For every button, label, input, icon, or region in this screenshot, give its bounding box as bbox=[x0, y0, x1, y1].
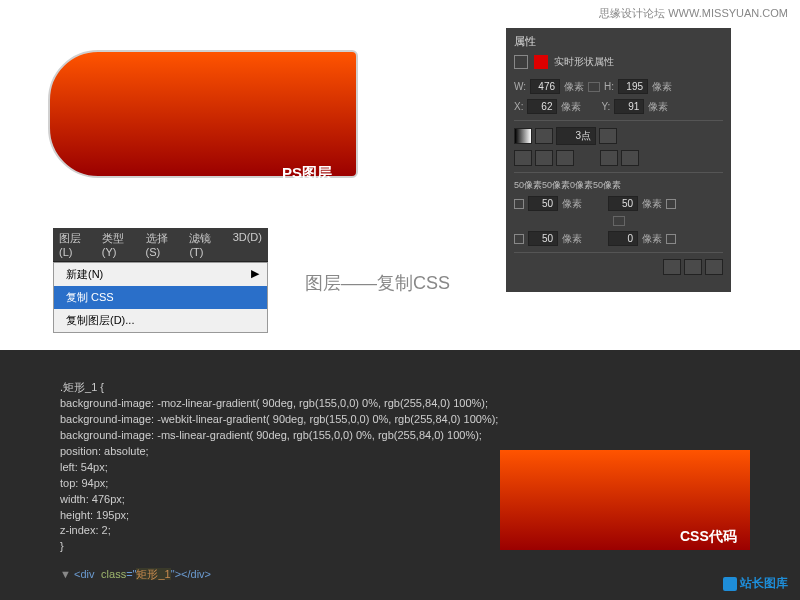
panel-footer-btn-1[interactable] bbox=[663, 259, 681, 275]
corner-br-check[interactable] bbox=[666, 234, 676, 244]
height-label: H: bbox=[604, 81, 614, 92]
stroke-width-input[interactable]: 3点 bbox=[556, 127, 596, 145]
dropdown-menu: 新建(N)▶ 复制 CSS 复制图层(D)... bbox=[53, 262, 268, 333]
corner-bl-input[interactable]: 50 bbox=[528, 231, 558, 246]
corner-br-input[interactable]: 0 bbox=[608, 231, 638, 246]
caption-text: 图层——复制CSS bbox=[305, 271, 450, 295]
link-wh-icon[interactable] bbox=[588, 82, 600, 92]
height-input[interactable]: 195 bbox=[618, 79, 648, 94]
align-btn-2[interactable] bbox=[535, 150, 553, 166]
corner-tr-input[interactable]: 50 bbox=[608, 196, 638, 211]
panel-footer-btn-3[interactable] bbox=[705, 259, 723, 275]
menu-item-new[interactable]: 新建(N)▶ bbox=[54, 263, 267, 286]
menu-layer[interactable]: 图层(L) bbox=[53, 228, 96, 261]
y-label: Y: bbox=[601, 101, 610, 112]
stroke-style-dropdown[interactable] bbox=[599, 128, 617, 144]
panel-title: 属性 bbox=[514, 34, 723, 49]
html-code-line: ▼ <div class="矩形_1"></div> bbox=[60, 567, 211, 582]
menu-bar: 图层(L) 类型(Y) 选择(S) 滤镜(T) 3D(D) bbox=[53, 228, 268, 262]
header-label: 实时形状属性 bbox=[554, 55, 614, 69]
submenu-arrow-icon: ▶ bbox=[251, 267, 259, 280]
collapse-icon[interactable]: ▼ bbox=[60, 568, 74, 580]
corner-tl-check[interactable] bbox=[514, 199, 524, 209]
corner-tl-input[interactable]: 50 bbox=[528, 196, 558, 211]
stroke-swatch[interactable] bbox=[535, 128, 553, 144]
shape-fill-icon[interactable] bbox=[534, 55, 548, 69]
menu-type[interactable]: 类型(Y) bbox=[96, 228, 140, 261]
menu-select[interactable]: 选择(S) bbox=[140, 228, 184, 261]
layer-menu-panel: 图层(L) 类型(Y) 选择(S) 滤镜(T) 3D(D) 新建(N)▶ 复制 … bbox=[53, 228, 268, 333]
width-label: W: bbox=[514, 81, 526, 92]
corner-bl-check[interactable] bbox=[514, 234, 524, 244]
align-btn-3[interactable] bbox=[556, 150, 574, 166]
x-unit: 像素 bbox=[561, 100, 581, 114]
corner-tr-check[interactable] bbox=[666, 199, 676, 209]
logo-icon bbox=[723, 577, 737, 591]
footer-logo: 站长图库 bbox=[723, 575, 788, 592]
menu-filter[interactable]: 滤镜(T) bbox=[183, 228, 226, 261]
footer-text: 站长图库 bbox=[740, 575, 788, 592]
join-btn[interactable] bbox=[621, 150, 639, 166]
code-line: background-image: -webkit-linear-gradien… bbox=[60, 412, 740, 428]
cap-btn[interactable] bbox=[600, 150, 618, 166]
x-input[interactable]: 62 bbox=[527, 99, 557, 114]
ps-layer-label: PS图层 bbox=[282, 164, 332, 183]
crop-icon[interactable] bbox=[514, 55, 528, 69]
watermark-text: 思缘设计论坛 WWW.MISSYUAN.COM bbox=[599, 6, 788, 21]
panel-footer-btn-2[interactable] bbox=[684, 259, 702, 275]
fill-swatch[interactable] bbox=[514, 128, 532, 144]
code-line: background-image: -moz-linear-gradient( … bbox=[60, 396, 740, 412]
menu-item-copy-css[interactable]: 复制 CSS bbox=[54, 286, 267, 309]
code-line: .矩形_1 { bbox=[60, 380, 740, 396]
width-unit: 像素 bbox=[564, 80, 584, 94]
y-input[interactable]: 91 bbox=[614, 99, 644, 114]
width-input[interactable]: 476 bbox=[530, 79, 560, 94]
y-unit: 像素 bbox=[648, 100, 668, 114]
code-line: background-image: -ms-linear-gradient( 9… bbox=[60, 428, 740, 444]
x-label: X: bbox=[514, 101, 523, 112]
menu-item-duplicate[interactable]: 复制图层(D)... bbox=[54, 309, 267, 332]
align-btn-1[interactable] bbox=[514, 150, 532, 166]
css-code-label: CSS代码 bbox=[680, 528, 737, 546]
menu-3d[interactable]: 3D(D) bbox=[227, 228, 268, 261]
panel-header: 实时形状属性 bbox=[514, 55, 723, 69]
corners-summary: 50像素50像素0像素50像素 bbox=[514, 179, 723, 192]
ps-shape-preview bbox=[48, 50, 358, 178]
properties-panel: 属性 实时形状属性 W: 476 像素 H: 195 像素 X: 62 像素 Y… bbox=[506, 28, 731, 292]
height-unit: 像素 bbox=[652, 80, 672, 94]
link-corners-icon[interactable] bbox=[613, 216, 625, 226]
